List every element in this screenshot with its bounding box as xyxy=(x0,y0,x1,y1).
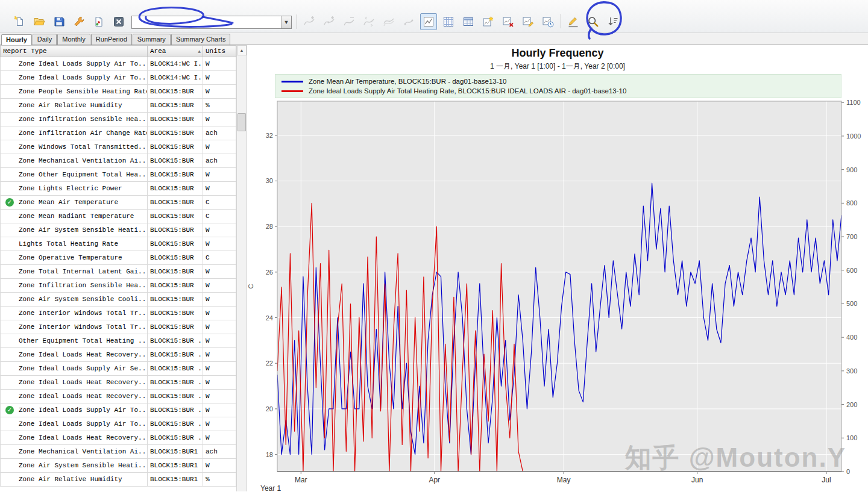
left-axis-tick-label: 18 xyxy=(266,451,273,458)
area-cell: BLOCK15:BUR ... xyxy=(148,417,203,431)
scrollbar-thumb[interactable] xyxy=(237,113,246,131)
scrollbar-up-button[interactable]: ▲ xyxy=(237,45,247,55)
units-cell: % xyxy=(203,99,236,113)
left-axis-tick-label: 20 xyxy=(266,405,273,413)
tab-daily[interactable]: Daily xyxy=(33,34,57,45)
add-curve-icon xyxy=(303,16,315,28)
units-cell: W xyxy=(203,57,236,71)
legend-line-swatch xyxy=(281,90,303,92)
chart-plot[interactable]: 1820222426283032010020030040050060070080… xyxy=(247,99,868,492)
column-header-report-type[interactable]: Report Type xyxy=(1,46,148,57)
chart-edit-button[interactable] xyxy=(520,13,536,30)
table-row[interactable]: Zone Mean Radiant TemperatureBLOCK15:BUR… xyxy=(1,210,236,223)
area-cell: BLOCK15:BUR ... xyxy=(148,362,203,376)
report-type-cell: Zone Ideal Loads Supply Air To... xyxy=(1,417,148,431)
report-type-cell: Zone Lights Electric Power xyxy=(1,182,148,196)
table-row[interactable]: Zone Mechanical Ventilation Ai...BLOCK15… xyxy=(1,154,236,168)
selected-check-icon: ✓ xyxy=(5,406,14,414)
table-row[interactable]: Zone Ideal Loads Supply Air Se...BLOCK15… xyxy=(1,362,236,376)
zoom-button[interactable] xyxy=(585,13,602,30)
report-type-cell: Zone Ideal Loads Heat Recovery... xyxy=(1,348,148,362)
table-row[interactable]: Zone Interior Windows Total Tr...BLOCK15… xyxy=(1,320,236,334)
table-row[interactable]: Zone Ideal Loads Supply Air To...BLOCK14… xyxy=(1,71,236,85)
new-file-button[interactable] xyxy=(11,13,28,30)
right-axis-tick-label: 700 xyxy=(846,233,857,240)
area-cell: BLOCK15:BUR xyxy=(148,265,203,279)
table-row[interactable]: Zone Operative TemperatureBLOCK15:BURC xyxy=(1,251,236,265)
table-row[interactable]: Zone Air System Sensible Heati...BLOCK15… xyxy=(1,459,236,473)
units-cell: W xyxy=(203,265,236,279)
area-cell: BLOCK15:BUR1 xyxy=(148,473,203,487)
table-row[interactable]: Zone Air System Sensible Heati...BLOCK15… xyxy=(1,223,236,237)
column-header-units[interactable]: Units xyxy=(203,46,236,57)
left-axis-unit-label: C xyxy=(247,284,254,288)
open-folder-button[interactable] xyxy=(31,13,48,30)
units-cell: W xyxy=(203,140,236,154)
table-row[interactable]: Zone Mechanical Ventilation Ai...BLOCK15… xyxy=(1,445,236,459)
table-row[interactable]: Zone Other Equipment Total Hea...BLOCK15… xyxy=(1,168,236,182)
table-row[interactable]: Lights Total Heating RateBLOCK15:BURW xyxy=(1,237,236,251)
table-row[interactable]: Zone People Sensible Heating RateBLOCK15… xyxy=(1,85,236,99)
report-type-cell: Zone People Sensible Heating Rate xyxy=(1,85,148,99)
tab-runperiod[interactable]: RunPeriod xyxy=(91,34,132,45)
table-row[interactable]: Zone Ideal Loads Heat Recovery...BLOCK15… xyxy=(1,348,236,362)
table-row[interactable]: Other Equipment Total Heating ...BLOCK15… xyxy=(1,334,236,348)
close-button[interactable] xyxy=(110,13,127,30)
save-button[interactable] xyxy=(51,13,68,30)
sort-button[interactable] xyxy=(605,13,621,30)
table-row[interactable]: Zone Ideal Loads Supply Air To...BLOCK14… xyxy=(1,57,236,71)
combobox-dropdown-icon[interactable]: ▼ xyxy=(281,16,291,28)
series-combobox[interactable]: ▼ xyxy=(131,16,292,29)
plot-area[interactable] xyxy=(277,101,841,472)
table-row[interactable]: Zone Infiltration Sensible Hea...BLOCK15… xyxy=(1,113,236,126)
table-row[interactable]: Zone Ideal Loads Heat Recovery...BLOCK15… xyxy=(1,431,236,445)
table-row[interactable]: Zone Total Internal Latent Gai...BLOCK15… xyxy=(1,265,236,279)
export-button[interactable] xyxy=(90,13,107,30)
chart-time-button[interactable] xyxy=(539,13,556,30)
report-type-cell: Zone Mechanical Ventilation Ai... xyxy=(1,445,148,459)
selected-check-icon: ✓ xyxy=(5,198,14,207)
tab-hourly[interactable]: Hourly xyxy=(1,34,32,45)
column-header-area[interactable]: Area▲ xyxy=(148,46,203,57)
table-row[interactable]: Zone Ideal Loads Heat Recovery...BLOCK15… xyxy=(1,376,236,390)
x-axis-month-label: Apr xyxy=(429,476,440,484)
multi-curve-icon xyxy=(383,16,395,28)
table-row[interactable]: Zone Air Relative HumidityBLOCK15:BUR% xyxy=(1,99,236,113)
tab-summary-charts[interactable]: Summary Charts xyxy=(171,34,231,45)
report-type-cell: Zone Interior Windows Total Tr... xyxy=(1,307,148,320)
curve-segment-icon xyxy=(403,16,415,28)
units-cell: W xyxy=(203,431,236,445)
wrench-button[interactable] xyxy=(71,13,87,30)
table-row[interactable]: ✓Zone Mean Air TemperatureBLOCK15:BURC xyxy=(1,196,236,210)
table-scrollbar[interactable]: ▲ xyxy=(236,45,247,491)
table-row[interactable]: Zone Infiltration Sensible Hea...BLOCK15… xyxy=(1,279,236,293)
table-row[interactable]: Zone Lights Electric PowerBLOCK15:BURW xyxy=(1,182,236,196)
tab-monthly[interactable]: Monthly xyxy=(57,34,90,45)
chart-new-icon xyxy=(482,16,494,28)
column-header-label: Area xyxy=(150,48,166,55)
table-row[interactable]: Zone Windows Total Transmitted...BLOCK15… xyxy=(1,140,236,154)
table-row[interactable]: Zone Air System Sensible Cooli...BLOCK15… xyxy=(1,293,236,307)
chart-delete-button[interactable] xyxy=(500,13,517,30)
chart-title: Hourly Frequency xyxy=(247,47,868,60)
add-curve-point-button xyxy=(321,13,338,30)
left-axis-tick-label: 30 xyxy=(266,177,273,184)
table-row[interactable]: ✓Zone Ideal Loads Supply Air To...BLOCK1… xyxy=(1,403,236,417)
report-type-cell: Zone Infiltration Sensible Hea... xyxy=(1,279,148,293)
report-type-cell: Zone Ideal Loads Supply Air To... xyxy=(1,57,148,71)
area-cell: BLOCK15:BUR xyxy=(148,154,203,168)
area-cell: BLOCK15:BUR xyxy=(148,307,203,320)
grid-button[interactable] xyxy=(440,13,457,30)
pencil-button[interactable] xyxy=(565,13,582,30)
chart-new-button[interactable] xyxy=(480,13,497,30)
table-row[interactable]: Zone Ideal Loads Supply Air To...BLOCK15… xyxy=(1,417,236,431)
area-cell: BLOCK15:BUR1 xyxy=(148,459,203,473)
tab-summary[interactable]: Summary xyxy=(133,34,171,45)
table-row[interactable]: Zone Infiltration Air Change RateBLOCK15… xyxy=(1,126,236,140)
table-row[interactable]: Zone Interior Windows Total Tr...BLOCK15… xyxy=(1,307,236,320)
data-table-button[interactable] xyxy=(460,13,477,30)
chart-legend: Zone Mean Air Temperature, BLOCK15:BUR -… xyxy=(275,74,841,98)
line-chart-button[interactable] xyxy=(420,13,437,30)
table-row[interactable]: Zone Ideal Loads Heat Recovery...BLOCK15… xyxy=(1,390,236,403)
table-row[interactable]: Zone Air Relative HumidityBLOCK15:BUR1% xyxy=(1,473,236,487)
